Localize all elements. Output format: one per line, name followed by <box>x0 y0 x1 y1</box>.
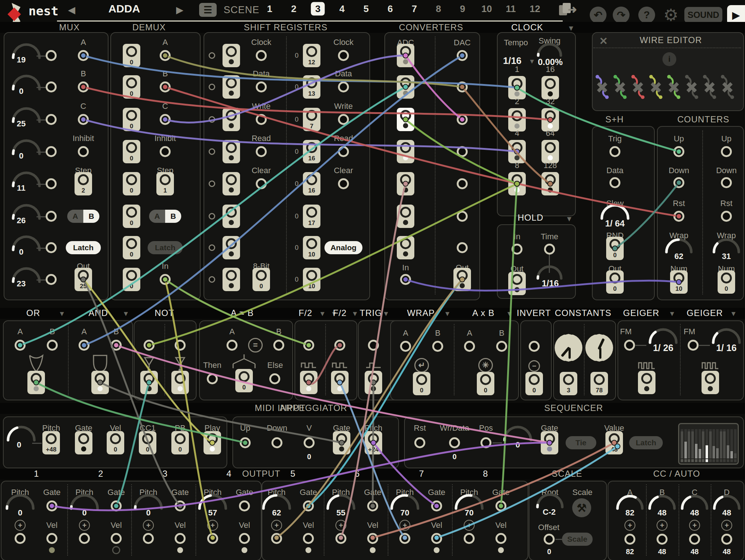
output8-pitch-mod-port[interactable] <box>464 533 475 544</box>
scene-tab-10[interactable]: 10 <box>477 2 497 16</box>
sr-digital-tap-4[interactable] <box>209 180 215 187</box>
clock-dropdown-icon[interactable]: ▼ <box>567 24 575 33</box>
axb-dropdown-icon[interactable]: ▼ <box>506 310 513 318</box>
preset-prev-icon[interactable]: ◀ <box>68 4 75 16</box>
demux-port-B[interactable] <box>160 81 171 92</box>
clock-div-port-1[interactable] <box>508 76 526 99</box>
geiger1-fm-port[interactable] <box>624 340 635 351</box>
adc-in-port[interactable] <box>400 274 411 285</box>
constant2-out-port[interactable]: 78 <box>590 372 608 395</box>
wrap-b-port[interactable] <box>432 341 443 352</box>
clock-div-port-2[interactable] <box>508 108 526 132</box>
arp-pitch-port[interactable]: +24 <box>365 431 382 454</box>
geiger1-out-port[interactable] <box>638 371 655 394</box>
sr-digital-port-1[interactable] <box>223 75 240 99</box>
scene-tab-4[interactable]: 4 <box>335 2 349 16</box>
output3-pitch-mod-port[interactable] <box>143 533 154 544</box>
sr-analog-port-6[interactable]: 10 <box>303 236 320 259</box>
sr-digital-tap-3[interactable] <box>209 148 215 155</box>
mux-input-port-0[interactable] <box>46 50 57 61</box>
mux-step-port[interactable]: 2 <box>75 172 92 195</box>
mux-input-port-5[interactable] <box>46 211 57 222</box>
output6-vel-port[interactable] <box>367 533 378 544</box>
dac-bit-port-6[interactable] <box>457 242 468 253</box>
sh-rnd-port[interactable]: 0 <box>606 237 624 260</box>
not2-in-port[interactable] <box>175 340 186 351</box>
sr-digital-port-5[interactable] <box>223 205 240 228</box>
clock-div-port-4[interactable] <box>508 140 526 163</box>
arp-gate-port[interactable] <box>333 431 350 454</box>
sr-digital-port-7[interactable] <box>223 268 240 291</box>
not2-out-port[interactable] <box>171 371 189 394</box>
wire-editor-wire-8[interactable] <box>719 73 736 101</box>
seq-bar-15[interactable] <box>730 451 733 458</box>
mux-input-port-3[interactable] <box>46 146 57 157</box>
scene-tab-8[interactable]: 8 <box>432 2 445 16</box>
f2a-dropdown-icon[interactable]: ▼ <box>319 310 326 318</box>
adc-bit-port-5[interactable] <box>397 205 414 228</box>
demux-out-port-6[interactable]: 0 <box>123 236 140 259</box>
undo-icon[interactable]: ↶ <box>590 7 607 23</box>
seq-bar-10[interactable] <box>712 446 715 458</box>
sr-analog-port-5[interactable]: 17 <box>303 205 320 228</box>
tempo-dropdown-icon[interactable]: ▼ <box>529 58 535 65</box>
output5-vel-port[interactable] <box>303 533 314 544</box>
midi-gate-port[interactable] <box>75 431 92 454</box>
sound-button[interactable]: SOUND <box>684 7 722 23</box>
mux-input-port-4[interactable] <box>46 178 57 189</box>
output4-vel-port[interactable] <box>239 533 250 544</box>
demux-out-port-5[interactable]: 0 <box>123 205 140 228</box>
sr-analog-port-7[interactable]: 10 <box>303 268 320 291</box>
demux-out-port-4[interactable]: 0 <box>123 172 140 195</box>
seq-bar-1[interactable] <box>681 431 683 458</box>
invert-in-port[interactable] <box>529 341 540 352</box>
seq-pos-port[interactable] <box>480 437 491 448</box>
seq-rst-port[interactable] <box>414 437 425 448</box>
seq-step-display[interactable] <box>678 423 739 465</box>
scale-quantize-button[interactable]: Scale <box>562 533 593 546</box>
scene-tab-3[interactable]: 3 <box>311 2 325 16</box>
output3-vel-port[interactable] <box>175 533 186 544</box>
wire-editor-wire-3[interactable] <box>630 73 646 101</box>
arp-up-port[interactable] <box>240 437 251 448</box>
sh-trig-port[interactable] <box>609 146 620 157</box>
aeqb-out-port[interactable]: 0 <box>235 369 253 392</box>
sr-analog-data-port[interactable] <box>338 81 349 92</box>
dac-bit-port-4[interactable] <box>457 178 468 189</box>
dac-bit-port-2[interactable] <box>457 114 468 125</box>
wire-editor-wire-4[interactable] <box>647 73 664 101</box>
sr-analog-port-0[interactable]: 12 <box>303 44 320 67</box>
demux-latch-button[interactable]: Latch <box>148 241 183 254</box>
adc-bit-port-0[interactable] <box>397 44 414 67</box>
output2-gate-port[interactable] <box>111 500 122 511</box>
wire-editor-wire-7[interactable] <box>701 73 718 101</box>
cc-c-port[interactable] <box>689 534 700 545</box>
sr-analog-button[interactable]: Analog <box>324 241 362 254</box>
or-a-port[interactable] <box>15 340 26 351</box>
output1-gate-port[interactable] <box>46 500 57 511</box>
adc-bit-port-3[interactable] <box>397 140 414 163</box>
sr-digital-tap-6[interactable] <box>209 244 215 251</box>
wire-editor-info-icon[interactable]: i <box>662 52 676 66</box>
sr-analog-clock-port[interactable] <box>338 50 349 61</box>
sr-digital-clock-port[interactable] <box>256 50 267 61</box>
demux-port-C[interactable] <box>160 114 171 125</box>
counter2-up-port[interactable] <box>721 146 732 157</box>
sr-digital-port-4[interactable] <box>223 172 240 195</box>
dac-bit-port-5[interactable] <box>457 211 468 222</box>
counter1-num-port[interactable]: 10 <box>670 270 688 294</box>
scene-tab-11[interactable]: 11 <box>501 2 520 16</box>
constant-knob-2[interactable] <box>585 334 613 362</box>
scene-tab-2[interactable]: 2 <box>287 2 301 16</box>
geiger2-out-port[interactable] <box>702 371 719 394</box>
f2a-out-port[interactable] <box>300 371 318 394</box>
demux-out-port-2[interactable]: 0 <box>123 108 140 131</box>
mux-port-Inhibit[interactable] <box>78 146 89 157</box>
output2-vel-port[interactable] <box>111 533 122 544</box>
hold-out-port[interactable] <box>508 272 526 295</box>
arp-down-port[interactable] <box>271 437 282 448</box>
sr-analog-read-port[interactable] <box>338 146 349 157</box>
counter1-rst-port[interactable] <box>673 211 684 222</box>
seq-tie-button[interactable]: Tie <box>566 436 596 449</box>
midi-vel-port[interactable]: 0 <box>107 431 124 454</box>
